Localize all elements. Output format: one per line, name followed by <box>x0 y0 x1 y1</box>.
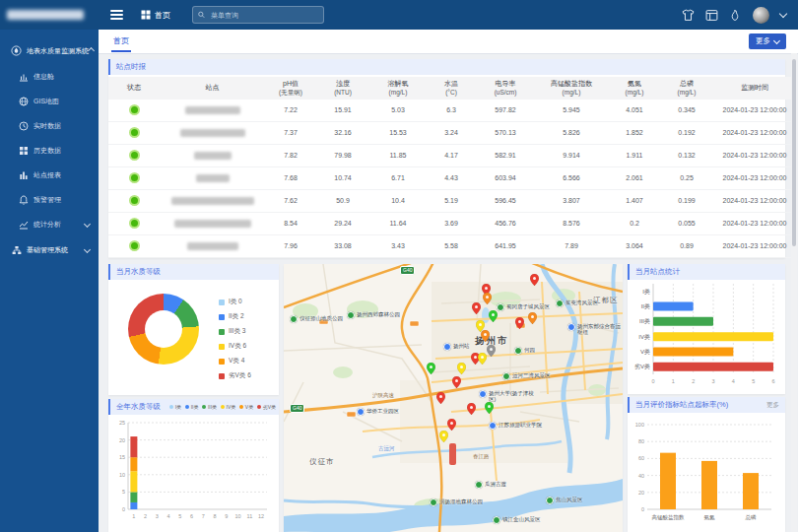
table-cell: 6.3 <box>427 100 476 122</box>
table-cell: 1.852 <box>608 121 661 144</box>
map-pin-yellow[interactable] <box>478 351 487 368</box>
table-row[interactable]: 7.6810.746.714.43603.946.5662.0610.25202… <box>108 166 797 189</box>
map-poi-label[interactable]: 何园 <box>514 347 535 355</box>
more-link[interactable]: 更多 <box>766 401 779 410</box>
table-row[interactable]: 7.2215.915.036.3597.825.9454.0510.345202… <box>108 100 797 122</box>
table-cell: 5.826 <box>535 121 608 144</box>
tab-bar: 首页 更多 <box>99 30 798 54</box>
hamburger-menu-icon[interactable] <box>110 10 123 20</box>
sidebar-item-station-report[interactable]: 站点报表 <box>0 163 99 187</box>
donut-legend: I类 0II类 2III类 3IV类 6V类 4劣V类 6 <box>219 298 251 380</box>
map-pin-green[interactable] <box>427 361 435 378</box>
map-pin-gray[interactable] <box>487 343 496 361</box>
map-poi-label[interactable]: 扬州东部综合客运枢纽 <box>567 323 623 336</box>
svg-text:25: 25 <box>119 420 125 426</box>
map-poi-label[interactable]: 茱萸湾风景区 <box>556 299 598 307</box>
station-name-redacted <box>174 220 251 228</box>
table-row[interactable]: 7.8279.9811.854.17582.919.9141.9110.1322… <box>108 144 797 166</box>
map-poi-label[interactable]: 江苏旅游职业学院 <box>489 422 542 430</box>
column-header: 状态 <box>108 77 160 100</box>
legend-item[interactable]: I类 <box>169 404 181 410</box>
table-row[interactable]: 7.6250.910.45.19596.453.8071.4070.199202… <box>108 189 797 212</box>
map-poi-label[interactable]: 瓜洲古渡 <box>475 481 506 489</box>
legend-item[interactable]: 劣V类 <box>257 404 276 410</box>
flame-icon[interactable] <box>729 9 742 22</box>
table-row[interactable]: 8.5429.2411.643.69456.768.5760.20.055202… <box>108 212 797 234</box>
map-pin-green[interactable] <box>489 308 498 326</box>
table-row[interactable]: 7.3732.1615.533.24570.135.8261.8520.1922… <box>108 121 797 144</box>
map-pin-orange[interactable] <box>528 310 537 328</box>
map-poi-label[interactable]: 扬州西郊森林公园 <box>347 311 400 319</box>
legend-item[interactable]: III类 3 <box>219 327 251 336</box>
legend-item[interactable]: I类 0 <box>219 298 251 306</box>
map-poi-label[interactable]: 扬州站 <box>443 343 470 351</box>
map-pin-red[interactable] <box>530 272 539 290</box>
map-pin-red[interactable] <box>515 315 524 333</box>
svg-text:氨氮: 氨氮 <box>704 514 716 520</box>
search-input[interactable] <box>209 11 318 20</box>
map-pin-red[interactable] <box>452 374 461 392</box>
legend-item[interactable]: IV类 <box>221 404 235 410</box>
map-pin-yellow[interactable] <box>439 429 448 446</box>
sidebar-item-history-data[interactable]: 历史数据 <box>0 138 99 163</box>
map-poi-label[interactable]: 蜀冈唐子城风景区 <box>497 303 550 311</box>
map-poi-label[interactable]: 润扬湿地森林公园 <box>430 499 483 506</box>
table-cell: 5.03 <box>369 100 427 122</box>
page-scrollbar <box>791 53 797 532</box>
sidebar-item-warning-manage[interactable]: 预警管理 <box>0 187 99 212</box>
scrollbar-thumb[interactable] <box>792 59 796 246</box>
map-road-label: 沪陕高速 <box>372 392 394 399</box>
map-poi-label[interactable]: 镇江金山风景区 <box>493 516 541 524</box>
sidebar-item-realtime-data[interactable]: 实时数据 <box>0 113 99 138</box>
theme-skin-icon[interactable] <box>682 9 695 22</box>
legend-item[interactable]: II类 2 <box>219 312 251 321</box>
sidebar-item-gis-map[interactable]: GIS地图 <box>0 89 99 113</box>
topbar-actions <box>682 7 786 24</box>
table-cell: 32.16 <box>316 121 369 144</box>
sidebar-item-base-system[interactable]: 基础管理系统 <box>0 236 99 263</box>
map-poi-label[interactable]: 仪征捺山地质公园 <box>290 315 343 323</box>
map-poi-label[interactable]: 华侨工业园区 <box>357 408 399 416</box>
sidebar-item-water-system[interactable]: 地表水质量监测系统 <box>0 37 99 64</box>
svg-text:5: 5 <box>122 489 125 495</box>
status-dot <box>129 218 140 229</box>
legend-item[interactable]: IV类 6 <box>219 342 251 351</box>
table-cell: 2024-01-23 12:00:00 <box>712 144 797 166</box>
table-cell: 596.45 <box>476 189 535 212</box>
map-pin-red[interactable] <box>467 401 476 419</box>
panel-title-bar: 当月评价指标站点超标率(%) 更多 <box>628 397 785 413</box>
grid-icon <box>141 10 151 20</box>
breadcrumb[interactable]: 首页 <box>141 10 170 21</box>
map-pin-red[interactable] <box>447 417 456 434</box>
map-poi-label[interactable]: 运河三湾风景区 <box>502 372 551 380</box>
layout-icon[interactable] <box>705 9 718 22</box>
table-cell: 4.17 <box>427 144 476 166</box>
svg-text:2: 2 <box>692 378 695 384</box>
chevron-down-icon <box>773 36 780 43</box>
chevron-down-icon[interactable] <box>779 10 787 18</box>
sidebar-item-info-hub[interactable]: 信息舱 <box>0 64 99 89</box>
svg-text:2: 2 <box>144 513 147 519</box>
map-water-label: 古运河 <box>378 445 395 452</box>
table-cell: 2024-01-23 12:00:00 <box>712 100 797 122</box>
gis-map[interactable]: 扬州市仪征市江都区扬州西郊森林公园仪征捺山地质公园蜀冈唐子城风景区茱萸湾风景区扬… <box>284 264 623 532</box>
table-cell: 5.945 <box>535 100 608 122</box>
legend-item[interactable]: V类 4 <box>219 357 251 366</box>
legend-item[interactable]: II类 <box>185 404 198 410</box>
tab-home[interactable]: 首页 <box>111 30 131 52</box>
map-pin-red[interactable] <box>472 300 481 318</box>
sidebar-item-stats-analysis[interactable]: 统计分析 <box>0 212 99 236</box>
map-pin-orange[interactable] <box>483 291 492 308</box>
legend-item[interactable]: V类 <box>239 404 253 410</box>
map-pin-green[interactable] <box>485 400 494 418</box>
map-poi-label[interactable]: 焦山风景区 <box>546 497 583 504</box>
legend-item[interactable]: 劣V类 6 <box>219 371 251 380</box>
more-button[interactable]: 更多 <box>749 33 786 49</box>
table-cell: 7.68 <box>265 166 316 189</box>
legend-item[interactable]: III类 <box>202 404 217 410</box>
table-row[interactable]: 7.9633.083.435.58641.957.893.0640.892024… <box>108 234 797 257</box>
poi-green-icon <box>347 311 355 319</box>
panel-title-bar: 当月站点统计 <box>628 264 785 280</box>
map-pin-red[interactable] <box>436 390 445 408</box>
user-avatar[interactable] <box>753 7 769 24</box>
